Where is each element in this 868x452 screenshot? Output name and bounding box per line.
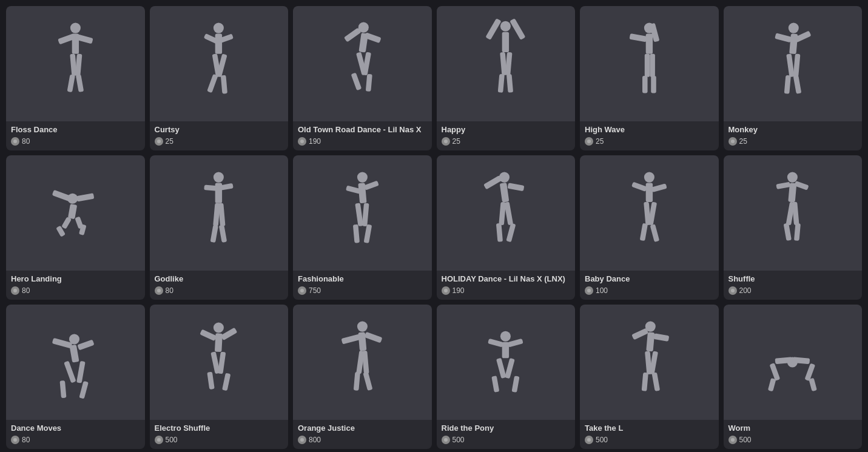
emote-card-row3-item4[interactable]: Ride the Pony 500 <box>437 305 576 449</box>
svg-rect-44 <box>787 53 795 77</box>
svg-rect-71 <box>363 224 372 243</box>
svg-point-64 <box>357 172 368 182</box>
svg-rect-18 <box>344 27 362 42</box>
svg-rect-77 <box>504 201 513 225</box>
price-value: 190 <box>309 137 321 146</box>
emotes-grid: Floss Dance 80 Curtsy 25 <box>0 0 868 452</box>
svg-rect-118 <box>354 372 360 391</box>
svg-point-104 <box>214 322 224 332</box>
svg-rect-70 <box>353 224 360 243</box>
svg-rect-123 <box>508 339 523 348</box>
svg-rect-79 <box>506 223 516 243</box>
svg-point-0 <box>70 23 81 33</box>
emote-card-row3-item6[interactable]: Worm 500 <box>724 305 863 449</box>
svg-rect-121 <box>502 342 509 359</box>
svg-rect-27 <box>510 18 526 40</box>
emote-name-floss-dance: Floss Dance <box>11 125 140 135</box>
emote-image-holiday-dance <box>437 155 576 271</box>
emote-card-high-wave[interactable]: High Wave 25 <box>580 6 719 150</box>
emote-name-baby-dance: Baby Dance <box>585 274 714 285</box>
emote-card-fashionable[interactable]: Fashionable 750 <box>293 155 432 300</box>
svg-point-56 <box>214 172 224 182</box>
emote-info-curtsy: Curtsy 25 <box>150 121 289 150</box>
emote-card-shuffle[interactable]: Shuffle 200 <box>724 155 863 300</box>
emote-price-curtsy: 25 <box>155 137 284 146</box>
svg-rect-68 <box>355 203 363 226</box>
emote-image-row3-item4 <box>437 305 576 420</box>
emote-card-row3-item3[interactable]: Orange Justice 800 <box>293 305 432 449</box>
emote-card-baby-dance[interactable]: Baby Dance 100 <box>580 155 719 300</box>
emote-info-monkey: Monkey 25 <box>724 121 863 150</box>
svg-rect-37 <box>650 54 655 77</box>
coin-icon <box>442 436 450 444</box>
svg-rect-100 <box>64 360 76 383</box>
price-value: 80 <box>22 436 30 444</box>
emote-card-godlike[interactable]: Godlike 80 <box>150 155 289 300</box>
svg-rect-94 <box>784 223 792 241</box>
emote-card-hero-landing[interactable]: Hero Landing 80 <box>6 155 145 300</box>
emote-price-row3-item5: 500 <box>585 436 714 444</box>
emote-price-floss-dance: 80 <box>11 137 140 146</box>
emote-card-row3-item5[interactable]: Take the L 500 <box>580 305 719 449</box>
svg-rect-73 <box>500 183 510 203</box>
emote-info-row3-item1: Dance Moves 80 <box>6 420 145 449</box>
svg-rect-101 <box>76 360 86 383</box>
emote-name-happy: Happy <box>442 125 571 135</box>
emote-card-happy[interactable]: Happy 25 <box>437 6 576 150</box>
svg-rect-23 <box>366 74 372 92</box>
svg-rect-129 <box>646 332 654 351</box>
coin-icon <box>298 137 306 146</box>
svg-rect-119 <box>363 371 372 391</box>
emote-info-row3-item3: Orange Justice 800 <box>293 420 432 449</box>
emote-name-godlike: Godlike <box>155 274 284 285</box>
emote-info-hero-landing: Hero Landing 80 <box>6 271 145 300</box>
emote-card-monkey[interactable]: Monkey 25 <box>724 6 863 150</box>
svg-rect-135 <box>651 372 660 391</box>
emote-info-fashionable: Fashionable 750 <box>293 271 432 300</box>
coin-icon <box>11 286 19 295</box>
emote-info-baby-dance: Baby Dance 100 <box>580 271 719 300</box>
emote-price-monkey: 25 <box>728 137 858 146</box>
emote-name-row3-item3: Orange Justice <box>298 423 427 434</box>
emote-name-curtsy: Curtsy <box>155 125 284 135</box>
svg-rect-25 <box>502 32 509 52</box>
emote-price-old-town-road: 190 <box>298 137 427 146</box>
emote-info-holiday-dance: HOLIDAY Dance - Lil Nas X (LNX) 190 <box>437 271 576 300</box>
emote-card-curtsy[interactable]: Curtsy 25 <box>150 6 289 150</box>
svg-rect-34 <box>629 33 647 42</box>
emote-name-row3-item4: Ride the Pony <box>442 423 571 434</box>
svg-rect-22 <box>351 72 362 90</box>
price-value: 100 <box>596 286 608 295</box>
emote-card-row3-item1[interactable]: Dance Moves 80 <box>6 305 145 449</box>
svg-rect-49 <box>68 204 77 219</box>
svg-rect-117 <box>362 350 369 374</box>
emote-image-floss-dance <box>6 6 145 121</box>
emote-card-old-town-road[interactable]: Old Town Road Dance - Lil Nas X 190 <box>293 6 432 150</box>
svg-rect-91 <box>795 181 809 191</box>
emote-image-row3-item3 <box>293 305 432 420</box>
svg-rect-31 <box>506 74 513 93</box>
svg-point-24 <box>500 21 511 32</box>
emote-name-monkey: Monkey <box>728 125 858 135</box>
svg-rect-86 <box>640 223 648 241</box>
svg-rect-45 <box>793 54 801 78</box>
svg-rect-90 <box>776 182 791 189</box>
price-value: 500 <box>166 436 178 444</box>
price-value: 80 <box>22 286 30 295</box>
svg-rect-61 <box>218 203 226 226</box>
svg-rect-83 <box>651 183 667 192</box>
emote-info-happy: Happy 25 <box>437 121 576 150</box>
emote-card-row3-item2[interactable]: Electro Shuffle 500 <box>150 305 289 449</box>
svg-rect-6 <box>67 75 75 93</box>
svg-rect-78 <box>496 223 503 242</box>
emote-image-monkey <box>724 6 863 121</box>
emote-image-fashionable <box>293 155 432 271</box>
svg-rect-39 <box>651 76 656 93</box>
emote-card-holiday-dance[interactable]: HOLIDAY Dance - Lil Nas X (LNX) 190 <box>437 155 576 300</box>
coin-icon <box>442 286 450 295</box>
coin-icon <box>585 436 593 444</box>
price-value: 750 <box>309 286 321 295</box>
emote-card-floss-dance[interactable]: Floss Dance 80 <box>6 6 145 150</box>
svg-rect-109 <box>218 351 226 374</box>
emote-name-row3-item2: Electro Shuffle <box>155 423 284 434</box>
